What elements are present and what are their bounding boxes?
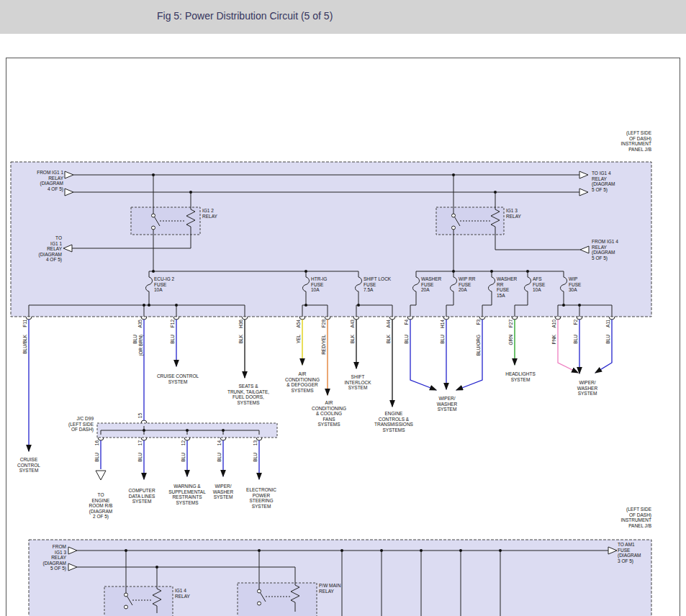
dest-eps: ELECTRONIC POWER STEERING SYSTEM: [246, 487, 276, 509]
connector-label-to-ig1-4: TO IG1 4 RELAY (DIAGRAM 5 OF 5): [592, 171, 615, 192]
fuse-label-wip: WIP FUSE 30A: [569, 276, 581, 293]
dest-seats-trunk: SEATS & TRUNK, TAILGATE, FUEL DOORS, SYS…: [227, 384, 269, 405]
wire-color-label-h36: BLK: [238, 335, 244, 365]
wire-color-label-a43: BLK: [350, 335, 356, 365]
fuse-label-htr-ig: HTR-IG FUSE 10A: [311, 276, 327, 293]
relay-box-ig1-4: [104, 586, 173, 616]
wire-color-label-a11: BLU: [605, 335, 611, 365]
jc-pin-label-13: 13: [253, 440, 258, 449]
dest-wiper-washer-right: WIPER/ WASHER SYSTEM: [577, 380, 597, 397]
jc-pin-label-14: 14: [217, 440, 222, 449]
wire-color-label-a10: PNK: [551, 335, 557, 365]
arrow-to-engine-room: [96, 471, 106, 480]
pin-label-h36: H36: [238, 320, 244, 331]
wire-color-label-a54: YEL: [296, 335, 302, 365]
wire-color-label-f2: BLU: [573, 335, 579, 365]
connector-label-to-ig1-1: TO IG1 1 RELAY (DIAGRAM 4 OF 5): [39, 235, 63, 263]
pin-label-f4: F4: [404, 320, 410, 331]
jc-wire-color-13: BLU: [253, 453, 258, 466]
instrument-panel-note-bottom: (LEFT SIDE OF DASH) INSTRUMENT PANEL J/B: [620, 507, 651, 528]
dest-shift-interlock: SHIFT INTERLOCK SYSTEM: [344, 374, 371, 391]
jc-pin-label-12: 12: [181, 440, 186, 449]
dest-warning-srs: WARNING & SUPPLEMENTAL RESTRAINTS SYSTEM…: [168, 484, 206, 505]
jc-pin-label-17: 17: [137, 440, 143, 449]
jc-pin-label-16: 16: [94, 440, 100, 449]
relay-box-pw-main: [238, 583, 317, 616]
pin-label-h14: H14: [440, 320, 446, 331]
fuse-label-afs: AFS FUSE 10A: [533, 276, 545, 293]
colored-wires: [29, 320, 612, 479]
wire-color-label-a44: BLK: [386, 335, 392, 365]
pin-label-a11: A11: [605, 320, 611, 331]
pin-label-a10: A10: [551, 320, 557, 331]
fuse-label-shift-lock: SHIFT LOCK FUSE 7.5A: [364, 276, 391, 293]
dest-wiper-washer-jc: WIPER/ WASHER SYSTEM: [213, 484, 233, 500]
fuse-label-washer: WASHER FUSE 20A: [421, 276, 441, 293]
dest-cruise-control: CRUISE CONTROL SYSTEM: [157, 373, 199, 384]
pin-label-a54: A54: [296, 320, 302, 331]
power-distribution-diagram-screen: Fig 5: Power Distribution Circuit (5 of …: [0, 0, 686, 616]
instrument-panel-jb-box-top: [11, 162, 651, 317]
jc-wire-color-14: BLU: [217, 453, 222, 466]
wire-color-label-f3: BLU/ORG: [476, 335, 482, 365]
dest-computer-data-lines: COMPUTER DATA LINES SYSTEM: [128, 488, 155, 504]
pin-label-f11: F11: [22, 320, 28, 331]
wire-color-label-h14: BLU: [440, 335, 446, 365]
pin-label-a35: A35: [137, 320, 143, 331]
pin-label-f12: F12: [170, 320, 176, 331]
relay-label-ig1-4: IG1 4 RELAY: [175, 588, 190, 599]
relay-label-ig1-2: IG1 2 RELAY: [202, 208, 217, 219]
wire-color-label-f27: GRN: [508, 335, 514, 365]
wire-f4: [410, 320, 436, 390]
relay-label-ig1-3: IG1 3 RELAY: [506, 208, 521, 219]
pin-label-f2: F2: [573, 320, 579, 331]
dest-headlights: HEADLIGHTS SYSTEM: [505, 371, 536, 382]
connector-label-from-ig1-3: FROM IG1 3 RELAY (DIAGRAM 5 OF 5): [43, 544, 67, 571]
fuse-label-washer-rr: WASHER RR FUSE 15A: [497, 276, 517, 298]
dest-ac-defogger: AIR CONDITIONING & DEFOGGER SYSTEMS: [285, 371, 320, 393]
pin-label-a44: A44: [386, 320, 392, 331]
junction-box-label: J/C D99 (LEFT SIDE OF DASH): [68, 416, 94, 432]
jc-wire-color-12: BLU: [181, 453, 186, 466]
pin-label-f28: F28: [321, 320, 327, 331]
fuse-label-ecu-ig2: ECU-IG 2 FUSE 10A: [154, 276, 174, 293]
jc-pin-label-15: 15: [137, 413, 143, 422]
fuse-label-wip-rr: WIP RR FUSE 20A: [459, 276, 475, 293]
connector-label-from-ig1-1: FROM IG1 1 RELAY (DIAGRAM 4 OF 5): [37, 170, 63, 191]
instrument-panel-note-top: (LEFT SIDE OF DASH) INSTRUMENT PANEL J/B: [620, 130, 651, 152]
dest-wiper-washer-mid: WIPER/ WASHER SYSTEM: [437, 396, 457, 412]
pin-label-a43: A43: [350, 320, 356, 331]
dest-to-engine-room: TO ENGINE ROOM R/B (DIAGRAM 2 OF 5): [89, 492, 113, 520]
jc-wire-color-17: BLU: [137, 453, 143, 466]
wiring-diagram-canvas: [0, 0, 686, 616]
connector-label-from-ig1-4: FROM IG1 4 RELAY (DIAGRAM 5 OF 5): [592, 239, 618, 261]
dest-engine-controls: ENGINE CONTROLS & TRANSMISSIONS SYSTEMS: [374, 411, 413, 432]
jc-wire-color-16: BLU: [94, 453, 100, 466]
dest-ac-cooling-fans: AIR CONDITIONING & COOLING FANS SYSTEMS: [312, 400, 346, 427]
dest-cruise-control-left: CRUISE CONTROL SYSTEM: [17, 457, 40, 474]
relay-label-pw-main: P/W MAIN RELAY: [319, 583, 340, 594]
wire-color-label-a35: BLU (OR BRN): [132, 335, 143, 365]
pin-label-f27: F27: [508, 320, 514, 331]
connector-label-to-am1: TO AM1 FUSE (DIAGRAM 3 OF 5): [618, 542, 641, 563]
wire-color-label-f12: BLU: [170, 335, 176, 365]
wire-color-label-f4: BLU: [404, 335, 410, 365]
wire-color-label-f11: BLU/BLK: [22, 335, 28, 365]
wire-color-label-f28: RED/YEL: [321, 335, 327, 365]
pin-label-f3: F3: [476, 320, 482, 331]
